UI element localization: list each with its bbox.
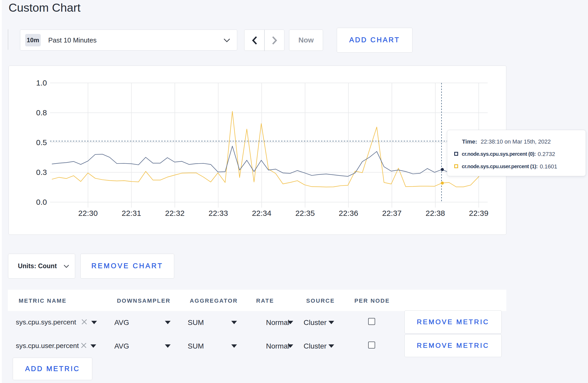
- svg-text:0.8: 0.8: [36, 108, 47, 117]
- svg-text:0.0: 0.0: [36, 198, 47, 206]
- svg-text:22:34: 22:34: [252, 209, 271, 217]
- svg-text:22:30: 22:30: [78, 209, 98, 217]
- svg-text:22:37: 22:37: [382, 209, 402, 217]
- svg-text:0.5: 0.5: [36, 138, 47, 147]
- svg-text:22:31: 22:31: [122, 209, 141, 217]
- svg-text:22:32: 22:32: [165, 209, 185, 217]
- svg-text:22:38: 22:38: [425, 209, 445, 217]
- svg-text:1.0: 1.0: [36, 79, 47, 87]
- svg-text:22:35: 22:35: [295, 209, 315, 217]
- svg-text:22:36: 22:36: [339, 209, 358, 217]
- svg-text:22:33: 22:33: [208, 209, 228, 217]
- svg-text:22:39: 22:39: [469, 209, 488, 217]
- svg-text:0.3: 0.3: [36, 168, 47, 176]
